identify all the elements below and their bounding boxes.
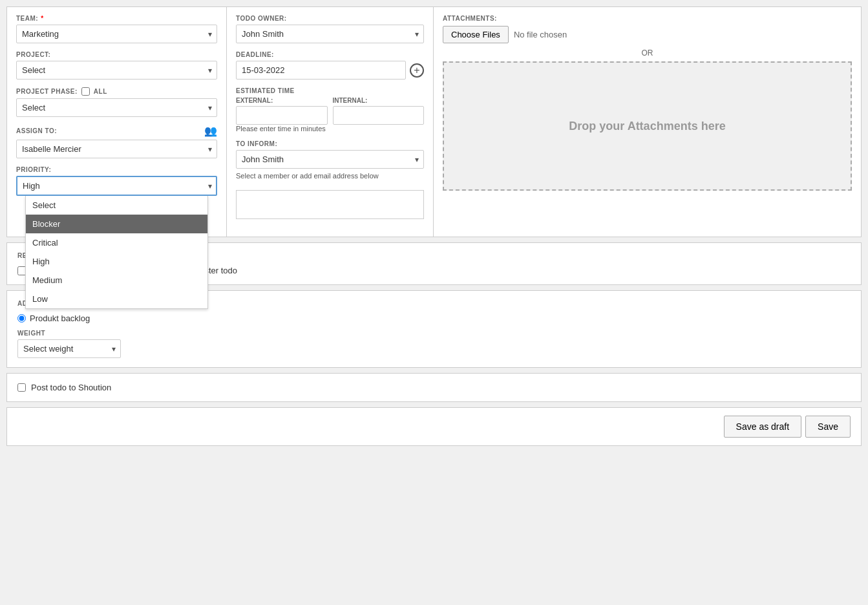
col-right: ATTACHMENTS: Choose Files No file chosen… <box>434 7 861 237</box>
priority-label: PRIORITY: <box>16 166 217 173</box>
to-inform-label: TO INFORM: <box>236 140 424 147</box>
to-inform-select-wrapper: John Smith Isabelle Mercier Jane Doe <box>236 150 424 169</box>
sprint-radio[interactable] <box>17 314 26 323</box>
choose-files-button[interactable]: Choose Files <box>443 26 509 43</box>
priority-select-wrapper: Select Blocker Critical High Medium Low <box>16 176 217 196</box>
col-mid: TODO OWNER: John Smith Isabelle Mercier … <box>227 7 434 237</box>
team-select[interactable]: Marketing Development Design QA <box>16 25 217 43</box>
priority-option-high[interactable]: High <box>26 252 207 271</box>
priority-option-select[interactable]: Select <box>26 196 207 215</box>
external-time-col: EXTERNAL: <box>236 97 328 125</box>
shoution-label: Post todo to Shoution <box>31 383 111 392</box>
weight-label: WEIGHT <box>17 330 851 337</box>
shoution-checkbox[interactable] <box>17 383 26 392</box>
no-file-text: No file chosen <box>514 30 567 39</box>
project-group: PROJECT: Select Project A Project B <box>16 51 217 80</box>
todo-owner-group: TODO OWNER: John Smith Isabelle Mercier … <box>236 15 424 43</box>
todo-owner-select-wrapper: John Smith Isabelle Mercier Jane Doe <box>236 25 424 43</box>
to-inform-group: TO INFORM: John Smith Isabelle Mercier J… <box>236 140 424 221</box>
page-wrapper: TEAM: * Marketing Development Design QA … <box>0 0 868 605</box>
attachments-label: ATTACHMENTS: <box>443 15 852 22</box>
external-time-input[interactable] <box>236 106 328 125</box>
team-group: TEAM: * Marketing Development Design QA <box>16 15 217 43</box>
team-select-wrapper: Marketing Development Design QA <box>16 25 217 43</box>
priority-option-critical[interactable]: Critical <box>26 233 207 252</box>
bottom-actions: Save as draft Save <box>6 407 862 446</box>
priority-option-medium[interactable]: Medium <box>26 271 207 290</box>
file-row: Choose Files No file chosen <box>443 26 852 43</box>
internal-label: INTERNAL: <box>333 97 425 104</box>
assign-to-group: ASSIGN TO: 👥 Isabelle Mercier John Smith… <box>16 125 217 158</box>
assign-to-select-wrapper: Isabelle Mercier John Smith Jane Doe <box>16 140 217 158</box>
project-phase-select[interactable]: Select Phase 1 Phase 2 <box>16 98 217 117</box>
project-label: PROJECT: <box>16 51 217 58</box>
sprint-radio-item[interactable]: Produkt backlog <box>17 313 851 323</box>
priority-dropdown: Select Blocker Critical High Medium Low <box>25 196 208 309</box>
sprint-radio-label: Produkt backlog <box>30 313 90 323</box>
external-label: EXTERNAL: <box>236 97 328 104</box>
estimated-time-label: ESTIMATED TIME <box>236 87 424 94</box>
users-icon: 👥 <box>204 125 218 137</box>
team-required: * <box>41 15 43 22</box>
priority-option-low[interactable]: Low <box>26 290 207 308</box>
add-deadline-button[interactable]: + <box>410 63 424 78</box>
or-text: OR <box>443 48 852 58</box>
weight-select-wrapper: Select weight 1 2 3 5 8 13 <box>17 339 121 358</box>
priority-select[interactable]: Select Blocker Critical High Medium Low <box>16 176 217 196</box>
priority-option-blocker[interactable]: Blocker <box>26 215 207 233</box>
time-row: EXTERNAL: INTERNAL: <box>236 97 424 125</box>
to-inform-email-input[interactable] <box>236 190 424 219</box>
shoution-section: Post todo to Shoution <box>6 373 862 402</box>
drop-zone[interactable]: Drop your Attachments here <box>443 61 852 191</box>
to-inform-select[interactable]: John Smith Isabelle Mercier Jane Doe <box>236 150 424 169</box>
deadline-input[interactable] <box>236 61 406 80</box>
all-phases-checkbox[interactable] <box>81 87 90 96</box>
project-select[interactable]: Select Project A Project B <box>16 61 217 80</box>
internal-time-col: INTERNAL: <box>333 97 425 125</box>
internal-time-input[interactable] <box>333 106 425 125</box>
estimated-time-group: ESTIMATED TIME EXTERNAL: INTERNAL: Pleas… <box>236 87 424 133</box>
time-hint: Please enter time in minutes <box>236 125 424 133</box>
todo-owner-select[interactable]: John Smith Isabelle Mercier Jane Doe <box>236 25 424 43</box>
weight-select[interactable]: Select weight 1 2 3 5 8 13 <box>17 339 121 358</box>
top-section: TEAM: * Marketing Development Design QA … <box>6 6 862 237</box>
assign-to-select[interactable]: Isabelle Mercier John Smith Jane Doe <box>16 140 217 158</box>
priority-group: PRIORITY: Select Blocker Critical High M… <box>16 166 217 196</box>
project-phase-select-wrapper: Select Phase 1 Phase 2 <box>16 98 217 117</box>
team-label: TEAM: * <box>16 15 217 22</box>
col-left: TEAM: * Marketing Development Design QA … <box>7 7 227 237</box>
deadline-group: DEADLINE: + <box>236 51 424 80</box>
save-button[interactable]: Save <box>805 416 851 438</box>
deadline-label: DEADLINE: <box>236 51 424 58</box>
assign-to-label: ASSIGN TO: 👥 <box>16 125 217 137</box>
project-select-wrapper: Select Project A Project B <box>16 61 217 80</box>
project-phase-label: PROJECT PHASE: ALL <box>16 87 217 96</box>
todo-owner-label: TODO OWNER: <box>236 15 424 22</box>
shoution-row[interactable]: Post todo to Shoution <box>17 383 851 392</box>
to-inform-hint: Select a member or add email address bel… <box>236 172 424 180</box>
save-as-draft-button[interactable]: Save as draft <box>724 416 802 438</box>
project-phase-group: PROJECT PHASE: ALL Select Phase 1 Phase … <box>16 87 217 117</box>
deadline-row: + <box>236 61 424 80</box>
